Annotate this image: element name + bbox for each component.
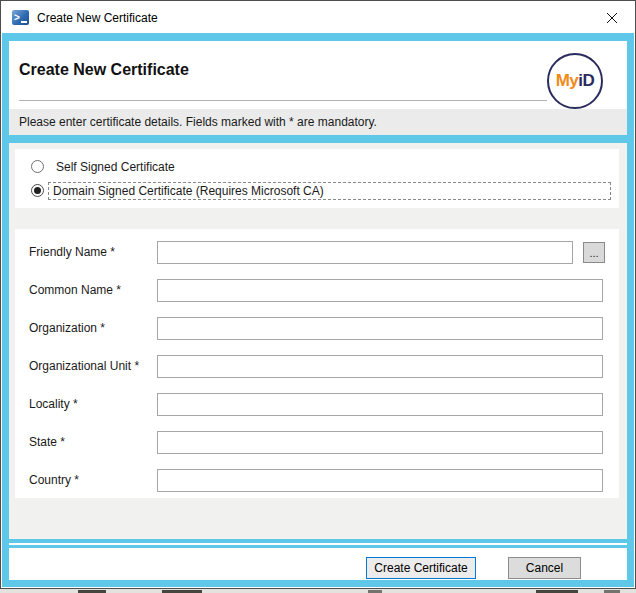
frame-band-right [627,41,634,587]
radio-button-self-signed[interactable] [31,160,44,173]
powershell-icon: > [12,10,29,25]
background-window-strip [0,589,636,593]
radio-button-domain-signed[interactable] [31,184,44,197]
dialog-header: Create New Certificate MyiD [9,41,627,109]
radio-label-self-signed[interactable]: Self Signed Certificate [52,158,179,176]
form-row-organizational-unit: Organizational Unit * [15,355,619,378]
dialog-body: Self Signed Certificate Domain Signed Ce… [9,143,627,539]
button-bar: Create Certificate Cancel [9,548,627,580]
state-input[interactable] [157,431,603,454]
page-title: Create New Certificate [19,61,189,79]
locality-input[interactable] [157,393,603,416]
browse-button[interactable]: ... [583,242,605,263]
radio-label-domain-signed[interactable]: Domain Signed Certificate (Requires Micr… [48,182,611,200]
form-row-organization: Organization * [15,317,619,340]
country-label: Country * [29,469,157,492]
organizational-unit-input[interactable] [157,355,603,378]
radio-row-domain-signed: Domain Signed Certificate (Requires Micr… [15,181,619,201]
friendly-name-input[interactable] [157,241,573,264]
form-row-country: Country * [15,469,619,492]
frame-band-top [2,33,634,41]
form-row-state: State * [15,431,619,454]
country-input[interactable] [157,469,603,492]
header-divider [9,135,627,143]
certificate-type-panel: Self Signed Certificate Domain Signed Ce… [15,149,619,208]
instruction-text: Please enter certificate details. Fields… [19,115,377,129]
friendly-name-label: Friendly Name * [29,241,157,264]
window-title: Create New Certificate [37,11,158,25]
close-icon [606,12,618,24]
certificate-details-panel: Friendly Name * ... Common Name * Organi… [15,229,619,498]
radio-row-self-signed: Self Signed Certificate [15,157,619,177]
form-row-friendly-name: Friendly Name * ... [15,241,619,264]
form-row-locality: Locality * [15,393,619,416]
title-bar: > Create New Certificate [2,2,634,33]
create-new-certificate-dialog: > Create New Certificate Create New Cert… [0,0,636,589]
common-name-input[interactable] [157,279,603,302]
frame-band-left [2,41,9,587]
state-label: State * [29,431,157,454]
form-row-common-name: Common Name * [15,279,619,302]
organization-label: Organization * [29,317,157,340]
common-name-label: Common Name * [29,279,157,302]
footer-divider-top [9,539,627,543]
organization-input[interactable] [157,317,603,340]
organizational-unit-label: Organizational Unit * [29,355,157,378]
close-button[interactable] [589,2,634,33]
instruction-bar: Please enter certificate details. Fields… [9,109,627,135]
heading-underline [19,100,547,101]
cancel-button[interactable]: Cancel [508,557,581,579]
myid-logo: MyiD [547,53,603,109]
create-certificate-button[interactable]: Create Certificate [366,557,476,579]
locality-label: Locality * [29,393,157,416]
